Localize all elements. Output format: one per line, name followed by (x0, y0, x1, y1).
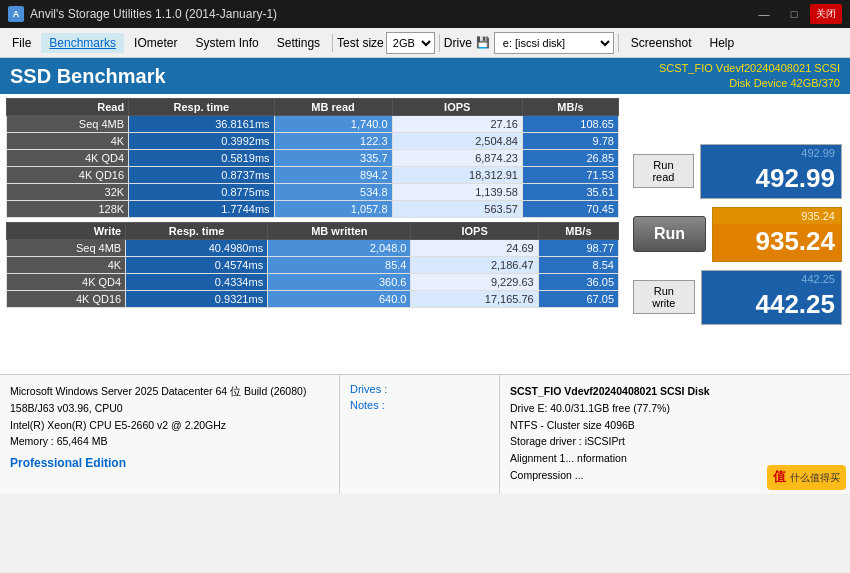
status-mid: Drives : Notes : (340, 375, 500, 494)
total-score-value: 935.24 (713, 224, 841, 261)
minimize-button[interactable]: — (750, 4, 778, 24)
memory-info: Memory : 65,464 MB (10, 433, 329, 450)
mbs-w-header: MB/s (538, 223, 618, 240)
table-row: 4K QD16 0.8737ms 894.2 18,312.91 71.53 (7, 167, 619, 184)
notes-label: Notes : (350, 399, 489, 411)
resp-time-w-header: Resp. time (126, 223, 268, 240)
close-button[interactable]: 关闭 (810, 4, 842, 24)
total-score-row: Run 935.24 935.24 (633, 207, 842, 262)
status-right: SCST_FIO Vdevf20240408021 SCSI Disk Driv… (500, 375, 850, 494)
cpu-info: Intel(R) Xeon(R) CPU E5-2660 v2 @ 2.20GH… (10, 417, 329, 434)
window-controls: — □ 关闭 (750, 4, 842, 24)
run-read-button[interactable]: Run read (633, 154, 694, 188)
pro-edition-label: Professional Edition (10, 454, 329, 473)
write-score-value: 442.25 (702, 287, 841, 324)
bios-info: 158B/J63 v03.96, CPU0 (10, 400, 329, 417)
status-left: Microsoft Windows Server 2025 Datacenter… (0, 375, 340, 494)
app-header-title: SSD Benchmark (10, 65, 166, 88)
watermark-text: 什么值得买 (790, 470, 840, 486)
os-info: Microsoft Windows Server 2025 Datacenter… (10, 383, 329, 400)
write-col-header: Write (7, 223, 126, 240)
test-size-label: Test size (337, 36, 384, 50)
table-row: 128K 1.7744ms 1,057.8 563.57 70.45 (7, 201, 619, 218)
menu-screenshot[interactable]: Screenshot (623, 33, 700, 53)
driver-info: Storage driver : iSCSIPrt (510, 433, 840, 450)
run-write-button[interactable]: Run write (633, 280, 695, 314)
drive-free: Drive E: 40.0/31.1GB free (77.7%) (510, 400, 840, 417)
menu-bar: File Benchmarks IOmeter System Info Sett… (0, 28, 850, 58)
menu-help[interactable]: Help (702, 33, 743, 53)
menu-sep-1 (332, 34, 333, 52)
total-score-label: 935.24 (713, 208, 841, 224)
fs-info: NTFS - Cluster size 4096B (510, 417, 840, 434)
table-row: 4K QD4 0.5819ms 335.7 6,874.23 26.85 (7, 150, 619, 167)
read-score-row: Run read 492.99 492.99 (633, 144, 842, 199)
menu-settings[interactable]: Settings (269, 33, 328, 53)
mb-read-header: MB read (274, 99, 392, 116)
resp-time-header: Resp. time (129, 99, 274, 116)
read-score-value: 492.99 (701, 161, 841, 198)
read-score-label: 492.99 (701, 145, 841, 161)
drives-label: Drives : (350, 383, 489, 395)
app-icon: A (8, 6, 24, 22)
device-title: SCST_FIO Vdevf20240408021 SCSI Disk (510, 383, 840, 400)
mbs-header: MB/s (522, 99, 618, 116)
drive-select[interactable]: e: [iscsi disk] (494, 32, 614, 54)
watermark[interactable]: 值 什么值得买 (767, 465, 846, 490)
write-score-row: Run write 442.25 442.25 (633, 270, 842, 325)
read-table: Read Resp. time MB read IOPS MB/s Seq 4M… (6, 98, 619, 218)
maximize-button[interactable]: □ (780, 4, 808, 24)
device-info: SCST_FIO Vdevf20240408021 SCSI Disk Devi… (659, 61, 840, 92)
menu-systeminfo[interactable]: System Info (187, 33, 266, 53)
iops-w-header: IOPS (411, 223, 538, 240)
menu-sep-2 (439, 34, 440, 52)
title-bar: A Anvil's Storage Utilities 1.1.0 (2014-… (0, 0, 850, 28)
table-row: Seq 4MB 36.8161ms 1,740.0 27.16 108.65 (7, 116, 619, 133)
iops-header: IOPS (392, 99, 522, 116)
status-bar: Microsoft Windows Server 2025 Datacenter… (0, 374, 850, 494)
drive-label: Drive (444, 36, 472, 50)
table-row: 4K 0.4574ms 85.4 2,186.47 8.54 (7, 257, 619, 274)
table-row: 4K QD4 0.4334ms 360.6 9,229.63 36.05 (7, 274, 619, 291)
run-button[interactable]: Run (633, 216, 706, 252)
watermark-icon: 值 (773, 467, 786, 488)
right-panel: Run read 492.99 492.99 Run 935.24 935.24… (625, 94, 850, 374)
read-score-block: 492.99 492.99 (700, 144, 842, 199)
drive-icon: 💾 (476, 36, 490, 49)
benchmark-tables: Read Resp. time MB read IOPS MB/s Seq 4M… (0, 94, 625, 374)
table-row: 32K 0.8775ms 534.8 1,139.58 35.61 (7, 184, 619, 201)
menu-sep-3 (618, 34, 619, 52)
menu-iometer[interactable]: IOmeter (126, 33, 185, 53)
write-score-block: 442.25 442.25 (701, 270, 842, 325)
write-score-label: 442.25 (702, 271, 841, 287)
table-row: 4K QD16 0.9321ms 640.0 17,165.76 67.05 (7, 291, 619, 308)
read-col-header: Read (7, 99, 129, 116)
test-size-select[interactable]: 2GB 1GB 4GB (386, 32, 435, 54)
mb-written-header: MB written (268, 223, 411, 240)
menu-file[interactable]: File (4, 33, 39, 53)
table-row: Seq 4MB 40.4980ms 2,048.0 24.69 98.77 (7, 240, 619, 257)
write-table: Write Resp. time MB written IOPS MB/s Se… (6, 222, 619, 308)
table-row: 4K 0.3992ms 122.3 2,504.84 9.78 (7, 133, 619, 150)
menu-benchmarks[interactable]: Benchmarks (41, 33, 124, 53)
app-header: SSD Benchmark SCST_FIO Vdevf20240408021 … (0, 58, 850, 94)
total-score-block: 935.24 935.24 (712, 207, 842, 262)
app-title: Anvil's Storage Utilities 1.1.0 (2014-Ja… (30, 7, 277, 21)
